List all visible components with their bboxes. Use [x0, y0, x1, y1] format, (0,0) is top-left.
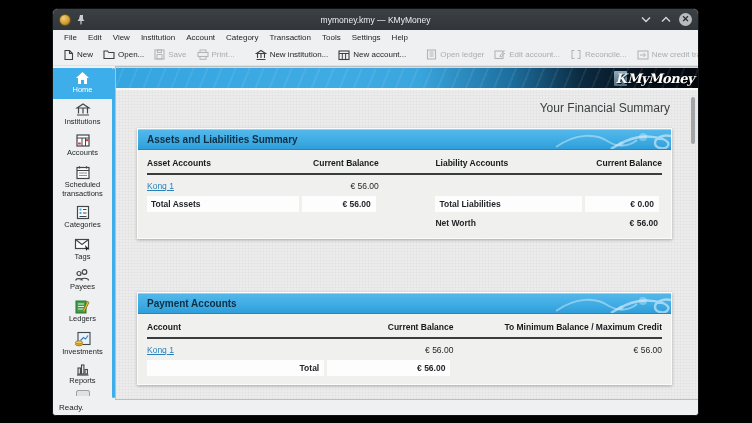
sidebar: Home Institutions Accounts [53, 66, 112, 400]
menu-institution[interactable]: Institution [136, 32, 180, 43]
sidebar-item-tags[interactable]: Tags [53, 234, 112, 266]
total-liabilities-value: € 0.00 [585, 196, 659, 212]
account-min-max: € 56.00 [453, 345, 662, 355]
window-title: mymoney.kmy — KMyMoney [53, 15, 698, 25]
toolbar-new-institution-button[interactable]: New institution... [251, 47, 333, 63]
sidebar-item-payees[interactable]: Payees [53, 265, 112, 296]
edit-account-icon [494, 49, 506, 60]
sidebar-item-institutions[interactable]: Institutions [53, 99, 112, 131]
account-link-konq1[interactable]: Konq 1 [147, 181, 302, 191]
toolbar-print-button[interactable]: Print... [193, 47, 239, 62]
payment-accounts-header: Payment Accounts [138, 293, 671, 314]
totals-row: Total € 56.00 [147, 359, 662, 377]
column-header: Current Balance [302, 158, 379, 168]
toolbar-reconcile-button[interactable]: Reconcile... [566, 47, 631, 62]
net-worth-label: Net Worth [435, 218, 584, 228]
minimize-button[interactable] [639, 13, 652, 26]
tag-mail-icon [74, 237, 91, 252]
payment-accounts-card: Payment Accounts Account Current Balance [137, 292, 672, 385]
flourish-decoration-icon [551, 130, 671, 150]
column-header: Account [147, 322, 327, 332]
assets-liabilities-header: Assets and Liabilities Summary [138, 129, 671, 150]
section-title: Assets and Liabilities Summary [138, 134, 298, 145]
menu-file[interactable]: File [59, 32, 82, 43]
assets-liabilities-card: Assets and Liabilities Summary Asset Acc… [137, 128, 672, 239]
vertical-scrollbar[interactable] [691, 97, 695, 144]
table-header-row: Asset Accounts Current Balance Liability… [147, 158, 662, 175]
menu-account[interactable]: Account [181, 32, 220, 43]
menu-transaction[interactable]: Transaction [265, 32, 317, 43]
bank-icon [255, 49, 267, 61]
sidebar-item-scheduled-transactions[interactable]: Scheduled transactions [53, 162, 112, 202]
sidebar-item-home[interactable]: Home [53, 68, 112, 99]
sidebar-item-accounts[interactable]: Accounts [53, 130, 112, 162]
summary-scroll-area: Your Financial Summary Assets and Liabil… [116, 90, 698, 399]
section-title: Payment Accounts [138, 298, 237, 309]
ledger-icon [74, 299, 91, 314]
calendar-icon [75, 165, 91, 180]
toolbar-open-ledger-button[interactable]: Open ledger [422, 47, 488, 62]
reconcile-icon [570, 49, 582, 60]
column-header: Current Balance [327, 322, 453, 332]
account-balance: € 56.00 [327, 345, 453, 355]
table-row: Konq 1 € 56.00 [147, 176, 662, 195]
kmymoney-logo: KMyMoney [614, 71, 694, 86]
reports-icon [75, 363, 90, 376]
payees-icon [74, 268, 91, 282]
kmymoney-window: mymoney.kmy — KMyMoney ✕ File Edit View … [52, 8, 699, 416]
account-link-konq1[interactable]: Konq 1 [147, 345, 327, 355]
menu-tools[interactable]: Tools [317, 32, 346, 43]
home-view: KMyMoney Your Financial Summary Assets a… [115, 66, 698, 400]
sidebar-item-partial [53, 390, 112, 396]
column-header: Asset Accounts [147, 158, 302, 168]
close-icon: ✕ [679, 13, 692, 26]
titlebar[interactable]: mymoney.kmy — KMyMoney ✕ [53, 9, 698, 30]
close-button[interactable]: ✕ [679, 13, 692, 26]
house-icon [75, 71, 90, 85]
total-assets-label: Total Assets [147, 196, 299, 212]
sidebar-item-categories[interactable]: Categories [53, 202, 112, 234]
menu-view[interactable]: View [108, 32, 135, 43]
bank-icon [75, 102, 91, 117]
ledger-book-icon [426, 49, 437, 60]
status-text: Ready. [59, 403, 84, 412]
new-file-icon [63, 49, 74, 61]
menu-category[interactable]: Category [221, 32, 263, 43]
menu-bar: File Edit View Institution Account Categ… [53, 30, 698, 44]
toolbar-open-button[interactable]: Open... [99, 47, 148, 62]
table-row: Konq 1 € 56.00 € 56.00 [147, 340, 662, 359]
total-value: € 56.00 [327, 360, 450, 376]
table-header-row: Account Current Balance To Minimum Balan… [147, 322, 662, 339]
sidebar-item-reports[interactable]: Reports [53, 360, 112, 390]
totals-row: Total Assets € 56.00 Total Liabilities €… [147, 195, 662, 213]
payment-accounts-table: Account Current Balance To Minimum Balan… [138, 314, 671, 384]
toolbar-save-button[interactable]: Save [150, 47, 190, 62]
sidebar-item-ledgers[interactable]: Ledgers [53, 296, 112, 328]
open-folder-icon [103, 49, 115, 60]
total-label: Total [147, 360, 324, 376]
toolbar-edit-account-button[interactable]: Edit account... [490, 47, 564, 62]
kmymoney-app-icon [59, 14, 71, 26]
net-worth-row: Net Worth € 56.00 [147, 213, 662, 231]
column-header: Current Balance [585, 158, 662, 168]
sidebar-item-investments[interactable]: Investments [53, 328, 112, 361]
menu-settings[interactable]: Settings [347, 32, 386, 43]
toolbar-new-account-button[interactable]: New account... [334, 47, 410, 63]
assets-liabilities-table: Asset Accounts Current Balance Liability… [138, 150, 671, 238]
column-header: To Minimum Balance / Maximum Credit [453, 322, 662, 332]
accounts-ledger-icon [75, 133, 91, 148]
new-account-icon [338, 49, 350, 61]
menu-help[interactable]: Help [387, 32, 413, 43]
toolbar-new-button[interactable]: New [59, 47, 97, 63]
page-title: Your Financial Summary [137, 101, 672, 115]
total-assets-value: € 56.00 [302, 196, 376, 212]
save-icon [154, 49, 165, 60]
flourish-decoration-icon [551, 294, 671, 314]
menu-edit[interactable]: Edit [83, 32, 107, 43]
maximize-button[interactable] [659, 13, 672, 26]
investments-icon [74, 331, 92, 347]
toolbar-new-credit-transfer-button[interactable]: New credit transfer [633, 47, 699, 63]
status-bar: Ready. [53, 400, 698, 415]
kmymoney-banner: KMyMoney [116, 67, 698, 90]
toolbar: New Open... Save Print... [53, 44, 698, 66]
